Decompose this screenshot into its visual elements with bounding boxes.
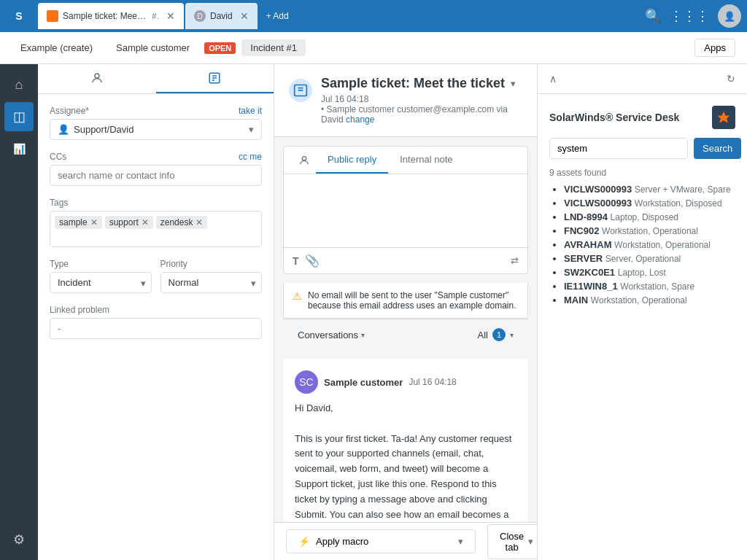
tab-david-close[interactable]: ✕: [240, 10, 249, 22]
asset-list: VICLWS000993 Server + VMware, Spare VICL…: [549, 184, 735, 306]
tag-input[interactable]: [55, 232, 164, 242]
message-greeting: Hi David,: [295, 401, 516, 416]
tab-ticket-sub: #1: [152, 12, 159, 20]
apps-button[interactable]: Apps: [694, 39, 735, 57]
apps-grid-icon[interactable]: ⋮⋮⋮: [670, 8, 709, 24]
asset-item-7: SW2KC0E1 Laptop, Lost: [564, 267, 735, 278]
tab-actions: 🔍 ⋮⋮⋮ 👤: [645, 4, 741, 28]
apply-macro-button[interactable]: ⚡ Apply macro ▾: [286, 529, 476, 553]
search-icon[interactable]: 🔍: [645, 8, 661, 24]
asset-name-7: SW2KC0E1: [564, 267, 615, 278]
collapse-icon[interactable]: ∧: [549, 73, 557, 85]
asset-name-9: MAIN: [564, 295, 588, 306]
type-label: Type: [50, 259, 152, 269]
tag-sample-remove[interactable]: ✕: [90, 217, 98, 228]
tag-support-label: support: [109, 217, 139, 228]
user-avatar[interactable]: 👤: [718, 4, 741, 28]
nav-item-settings[interactable]: ⚙: [4, 525, 34, 554]
asset-detail-4: Workstation, Operational: [602, 226, 698, 236]
assignee-select[interactable]: 👤 Support/David ▾: [50, 119, 262, 140]
asset-item-8: IE11WIN8_1 Workstation, Spare: [564, 281, 735, 292]
priority-label: Priority: [160, 259, 263, 269]
nav-item-home[interactable]: ⌂: [4, 70, 34, 99]
public-reply-tab[interactable]: Public reply: [316, 147, 388, 174]
all-filter-button[interactable]: All 1 ▾: [472, 325, 519, 344]
message-time: Jul 16 04:18: [409, 377, 456, 387]
tag-zendesk-remove[interactable]: ✕: [196, 217, 203, 228]
asset-detail-5: Workstation, Operational: [614, 240, 711, 250]
sidebar-tabs: [38, 64, 274, 94]
all-label: All: [478, 330, 488, 341]
ticket-customer: Sample customer: [327, 104, 395, 114]
tab-david-label: David: [210, 11, 233, 21]
tab-bar: S Sample ticket: Meet the ti... #1 ✕ D D…: [0, 0, 747, 32]
tab-ticket[interactable]: Sample ticket: Meet the ti... #1 ✕: [38, 3, 184, 29]
service-desk-title: SolarWinds® Service Desk: [549, 112, 679, 123]
internal-note-tab[interactable]: Internal note: [388, 147, 464, 174]
sidebar-tab-user[interactable]: [38, 64, 156, 93]
all-caret-icon: ▾: [510, 331, 514, 339]
ticket-title: Sample ticket: Meet the ticket: [321, 76, 505, 91]
svg-marker-9: [718, 112, 730, 123]
asset-detail-6: Server, Operational: [605, 254, 681, 264]
tab-ticket-label: Sample ticket: Meet the ti...: [63, 11, 147, 21]
tab-ticket-close[interactable]: ✕: [166, 10, 175, 22]
asset-search-button[interactable]: Search: [694, 138, 741, 159]
conversations-button[interactable]: Conversations ▾: [292, 327, 371, 343]
close-tab-button[interactable]: Close tab ▾: [487, 524, 537, 559]
type-select[interactable]: Incident Question Problem Task: [50, 272, 152, 293]
reply-compose-icon[interactable]: ⇄: [511, 255, 519, 266]
toolbar-customer-tab[interactable]: Sample customer: [107, 39, 198, 56]
nav-item-views[interactable]: ◫: [4, 102, 34, 131]
toolbar-incident-tab[interactable]: Incident #1: [241, 39, 306, 56]
attachment-icon[interactable]: 📎: [305, 254, 320, 268]
asset-search-input[interactable]: [549, 138, 688, 159]
tag-sample: sample ✕: [55, 216, 102, 229]
priority-select[interactable]: Normal Low High Urgent: [160, 272, 263, 293]
reply-area: Public reply Internal note T 📎 ⇄: [283, 146, 528, 274]
asset-item-5: AVRAHAM Workstation, Operational: [564, 239, 735, 250]
sidebar-tab-details[interactable]: [156, 64, 274, 93]
conversations-label: Conversations: [298, 330, 358, 341]
ticket-caret-icon[interactable]: ▾: [511, 78, 516, 89]
take-it-link[interactable]: take it: [239, 106, 262, 116]
priority-field: Priority Normal Low High Urgent: [160, 259, 263, 293]
details-tab-icon: [208, 71, 221, 85]
add-tab-button[interactable]: + Add: [259, 3, 296, 29]
breadcrumb-toolbar: Example (create) Sample customer OPEN In…: [0, 32, 747, 64]
search-bar: Search: [549, 138, 735, 159]
add-tab-label: + Add: [266, 11, 289, 21]
tag-support-remove[interactable]: ✕: [142, 217, 149, 228]
asset-item-4: FNC902 Workstation, Operational: [564, 225, 735, 236]
linked-label: Linked problem: [50, 305, 262, 315]
ticket-bullet: •: [321, 104, 327, 114]
user-tab-icon: [90, 71, 104, 85]
asset-name-2: VICLWS000993: [564, 198, 632, 209]
asset-item-1: VICLWS000993 Server + VMware, Spare: [564, 184, 735, 195]
cc-me-link[interactable]: cc me: [239, 152, 262, 162]
tag-zendesk-label: zendesk: [160, 217, 193, 228]
ticket-avatar: [289, 79, 312, 102]
tags-wrap: sample ✕ support ✕ zendesk ✕: [50, 211, 262, 247]
tags-field: Tags sample ✕ support ✕ zendesk ✕: [50, 198, 262, 247]
asset-item-6: SERVER Server, Operational: [564, 253, 735, 264]
cc-input[interactable]: [50, 165, 262, 186]
toolbar-example-tab[interactable]: Example (create): [12, 39, 101, 56]
refresh-icon[interactable]: ↻: [727, 73, 735, 85]
warning-bar: ⚠ No email will be sent to the user "Sam…: [283, 283, 528, 319]
macro-lightning-icon: ⚡: [298, 536, 310, 547]
ticket-change-link[interactable]: change: [346, 114, 374, 125]
svg-point-0: [95, 74, 99, 78]
tab-david[interactable]: D David ✕: [185, 3, 258, 29]
reply-editor[interactable]: [284, 174, 527, 247]
assignee-name: Support/David: [74, 124, 244, 135]
nav-item-reports[interactable]: 📊: [4, 134, 34, 163]
asset-name-1: VICLWS000993: [564, 184, 632, 195]
linked-input[interactable]: [50, 318, 262, 339]
reply-tabs: Public reply Internal note: [284, 147, 527, 174]
asset-detail-9: Workstation, Operational: [591, 295, 687, 306]
tag-sample-label: sample: [59, 217, 88, 228]
type-select-wrap: Incident Question Problem Task: [50, 272, 152, 293]
text-format-icon[interactable]: T: [293, 255, 299, 267]
left-sidebar: Assignee* take it 👤 Support/David ▾ CCs …: [38, 64, 274, 560]
